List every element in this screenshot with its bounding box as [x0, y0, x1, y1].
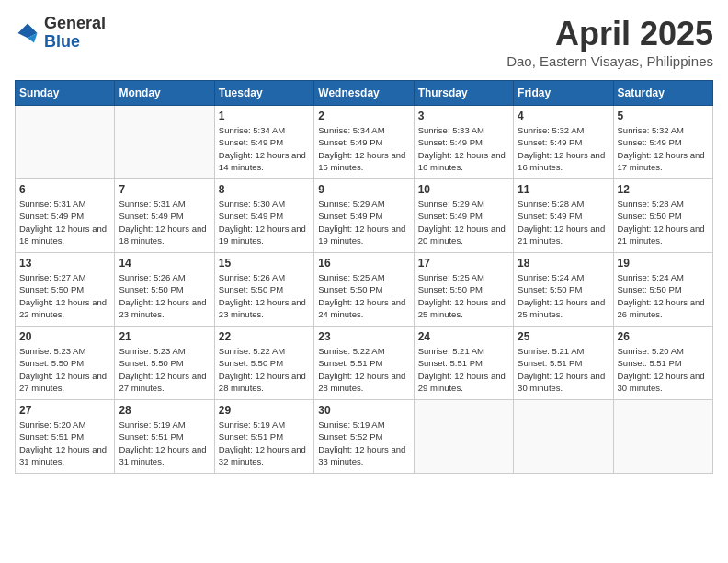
calendar-cell: 9Sunrise: 5:29 AM Sunset: 5:49 PM Daylig… — [314, 179, 414, 253]
calendar-cell: 7Sunrise: 5:31 AM Sunset: 5:49 PM Daylig… — [115, 179, 214, 253]
calendar-cell: 29Sunrise: 5:19 AM Sunset: 5:51 PM Dayli… — [214, 400, 313, 474]
calendar-cell: 12Sunrise: 5:28 AM Sunset: 5:50 PM Dayli… — [613, 179, 712, 253]
day-info: Sunrise: 5:26 AM Sunset: 5:50 PM Dayligh… — [119, 271, 210, 320]
day-number: 19 — [618, 257, 709, 270]
header-day-sunday: Sunday — [16, 81, 115, 106]
day-info: Sunrise: 5:25 AM Sunset: 5:50 PM Dayligh… — [318, 271, 409, 320]
day-number: 1 — [219, 109, 310, 122]
day-info: Sunrise: 5:31 AM Sunset: 5:49 PM Dayligh… — [19, 198, 110, 247]
day-number: 4 — [518, 109, 609, 122]
header-day-wednesday: Wednesday — [314, 81, 414, 106]
calendar-cell: 11Sunrise: 5:28 AM Sunset: 5:49 PM Dayli… — [514, 179, 613, 253]
day-number: 26 — [618, 330, 709, 343]
calendar-cell: 8Sunrise: 5:30 AM Sunset: 5:49 PM Daylig… — [214, 179, 313, 253]
day-number: 12 — [618, 183, 709, 196]
day-info: Sunrise: 5:23 AM Sunset: 5:50 PM Dayligh… — [19, 345, 110, 394]
calendar-cell — [115, 106, 214, 179]
logo-blue: Blue — [44, 32, 80, 51]
week-row-2: 13Sunrise: 5:27 AM Sunset: 5:50 PM Dayli… — [16, 253, 713, 327]
calendar-cell: 16Sunrise: 5:25 AM Sunset: 5:50 PM Dayli… — [314, 253, 414, 327]
week-row-3: 20Sunrise: 5:23 AM Sunset: 5:50 PM Dayli… — [16, 327, 713, 400]
calendar-cell: 4Sunrise: 5:32 AM Sunset: 5:49 PM Daylig… — [514, 106, 613, 179]
calendar-header: SundayMondayTuesdayWednesdayThursdayFrid… — [16, 81, 713, 106]
day-number: 10 — [418, 183, 509, 196]
header-day-monday: Monday — [115, 81, 214, 106]
week-row-1: 6Sunrise: 5:31 AM Sunset: 5:49 PM Daylig… — [16, 179, 713, 253]
calendar-cell: 3Sunrise: 5:33 AM Sunset: 5:49 PM Daylig… — [414, 106, 513, 179]
calendar-cell — [613, 400, 712, 474]
day-number: 29 — [219, 404, 310, 417]
day-number: 21 — [119, 330, 210, 343]
day-number: 18 — [518, 257, 609, 270]
day-number: 20 — [19, 330, 110, 343]
day-number: 14 — [119, 257, 210, 270]
day-info: Sunrise: 5:21 AM Sunset: 5:51 PM Dayligh… — [418, 345, 509, 394]
calendar-cell — [514, 400, 613, 474]
day-number: 8 — [219, 183, 310, 196]
day-number: 25 — [518, 330, 609, 343]
day-info: Sunrise: 5:21 AM Sunset: 5:51 PM Dayligh… — [518, 345, 609, 394]
day-info: Sunrise: 5:31 AM Sunset: 5:49 PM Dayligh… — [119, 198, 210, 247]
day-info: Sunrise: 5:26 AM Sunset: 5:50 PM Dayligh… — [219, 271, 310, 320]
day-info: Sunrise: 5:30 AM Sunset: 5:49 PM Dayligh… — [219, 198, 310, 247]
calendar-cell — [414, 400, 513, 474]
day-number: 9 — [318, 183, 409, 196]
day-number: 30 — [318, 404, 409, 417]
day-info: Sunrise: 5:27 AM Sunset: 5:50 PM Dayligh… — [19, 271, 110, 320]
day-number: 11 — [518, 183, 609, 196]
week-row-4: 27Sunrise: 5:20 AM Sunset: 5:51 PM Dayli… — [16, 400, 713, 474]
week-row-0: 1Sunrise: 5:34 AM Sunset: 5:49 PM Daylig… — [16, 106, 713, 179]
day-info: Sunrise: 5:20 AM Sunset: 5:51 PM Dayligh… — [19, 419, 110, 467]
calendar-cell: 18Sunrise: 5:24 AM Sunset: 5:50 PM Dayli… — [514, 253, 613, 327]
month-title: April 2025 — [506, 15, 713, 53]
day-info: Sunrise: 5:28 AM Sunset: 5:50 PM Dayligh… — [618, 198, 709, 247]
day-info: Sunrise: 5:24 AM Sunset: 5:50 PM Dayligh… — [618, 271, 709, 320]
header-row: SundayMondayTuesdayWednesdayThursdayFrid… — [16, 81, 713, 106]
calendar-cell: 26Sunrise: 5:20 AM Sunset: 5:51 PM Dayli… — [613, 327, 712, 400]
day-number: 23 — [318, 330, 409, 343]
day-number: 5 — [618, 109, 709, 122]
day-info: Sunrise: 5:28 AM Sunset: 5:49 PM Dayligh… — [518, 198, 609, 247]
day-number: 16 — [318, 257, 409, 270]
calendar-cell: 10Sunrise: 5:29 AM Sunset: 5:49 PM Dayli… — [414, 179, 513, 253]
header-day-saturday: Saturday — [613, 81, 712, 106]
day-info: Sunrise: 5:19 AM Sunset: 5:52 PM Dayligh… — [318, 419, 409, 467]
calendar-cell: 24Sunrise: 5:21 AM Sunset: 5:51 PM Dayli… — [414, 327, 513, 400]
header: General Blue April 2025 Dao, Eastern Vis… — [15, 15, 713, 69]
day-info: Sunrise: 5:19 AM Sunset: 5:51 PM Dayligh… — [219, 419, 310, 467]
day-info: Sunrise: 5:32 AM Sunset: 5:49 PM Dayligh… — [518, 124, 609, 173]
logo: General Blue — [15, 15, 106, 52]
day-info: Sunrise: 5:29 AM Sunset: 5:49 PM Dayligh… — [318, 198, 409, 247]
calendar-cell — [16, 106, 115, 179]
day-info: Sunrise: 5:22 AM Sunset: 5:51 PM Dayligh… — [318, 345, 409, 394]
day-number: 15 — [219, 257, 310, 270]
calendar-table: SundayMondayTuesdayWednesdayThursdayFrid… — [15, 80, 713, 474]
day-number: 22 — [219, 330, 310, 343]
calendar-cell: 14Sunrise: 5:26 AM Sunset: 5:50 PM Dayli… — [115, 253, 214, 327]
logo-text: General Blue — [44, 15, 106, 52]
day-number: 13 — [19, 257, 110, 270]
calendar-cell: 19Sunrise: 5:24 AM Sunset: 5:50 PM Dayli… — [613, 253, 712, 327]
day-info: Sunrise: 5:20 AM Sunset: 5:51 PM Dayligh… — [618, 345, 709, 394]
day-number: 3 — [418, 109, 509, 122]
day-number: 7 — [119, 183, 210, 196]
day-info: Sunrise: 5:23 AM Sunset: 5:50 PM Dayligh… — [119, 345, 210, 394]
calendar-cell: 30Sunrise: 5:19 AM Sunset: 5:52 PM Dayli… — [314, 400, 414, 474]
calendar-cell: 2Sunrise: 5:34 AM Sunset: 5:49 PM Daylig… — [314, 106, 414, 179]
day-info: Sunrise: 5:24 AM Sunset: 5:50 PM Dayligh… — [518, 271, 609, 320]
day-number: 2 — [318, 109, 409, 122]
calendar-cell: 15Sunrise: 5:26 AM Sunset: 5:50 PM Dayli… — [214, 253, 313, 327]
calendar-body: 1Sunrise: 5:34 AM Sunset: 5:49 PM Daylig… — [16, 106, 713, 474]
day-number: 6 — [19, 183, 110, 196]
logo-icon — [15, 20, 40, 46]
day-info: Sunrise: 5:34 AM Sunset: 5:49 PM Dayligh… — [318, 124, 409, 173]
day-info: Sunrise: 5:25 AM Sunset: 5:50 PM Dayligh… — [418, 271, 509, 320]
logo-general: General — [44, 14, 106, 32]
header-day-friday: Friday — [514, 81, 613, 106]
header-day-thursday: Thursday — [414, 81, 513, 106]
calendar-cell: 17Sunrise: 5:25 AM Sunset: 5:50 PM Dayli… — [414, 253, 513, 327]
day-info: Sunrise: 5:29 AM Sunset: 5:49 PM Dayligh… — [418, 198, 509, 247]
calendar-cell: 23Sunrise: 5:22 AM Sunset: 5:51 PM Dayli… — [314, 327, 414, 400]
day-info: Sunrise: 5:33 AM Sunset: 5:49 PM Dayligh… — [418, 124, 509, 173]
calendar-cell: 13Sunrise: 5:27 AM Sunset: 5:50 PM Dayli… — [16, 253, 115, 327]
